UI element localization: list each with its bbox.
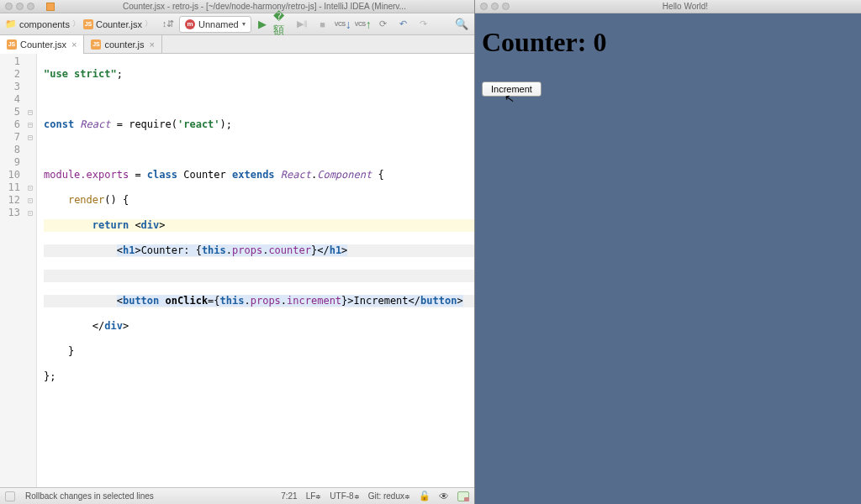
chevron-right-icon: 〉 [72,18,80,29]
fold-close-icon[interactable]: ⊡ [25,181,35,192]
traffic-lights[interactable] [5,3,34,10]
vcs-update-button[interactable]: VCS↓ [334,16,352,33]
tab-label: Counter.jsx [20,39,66,50]
min-dot[interactable] [491,3,499,10]
stop-button[interactable]: ■ [314,16,332,33]
run-config-selector[interactable]: m Unnamed ▾ [179,16,251,33]
status-hint: Rollback changes in selected lines [25,491,154,501]
chevron-right-icon: 〉 [145,18,152,29]
js-file-icon: JS [91,39,101,50]
vcs-commit-button[interactable]: VCS↑ [354,16,372,33]
run-button[interactable]: ▶ [253,16,272,33]
meteor-icon: m [185,19,195,29]
ide-toolbar: 📁components〉 JSCounter.jsx〉 ↕⇵ m Unnamed… [0,13,474,35]
run-config-label: Unnamed [198,19,239,29]
line-ending[interactable]: LF≑ [306,491,322,501]
jsx-file-icon: JS [83,19,93,29]
lock-icon[interactable]: 🔓 [419,491,430,501]
tab-label: counter.js [104,39,144,50]
fold-toggle-icon[interactable]: ⊟ [25,118,35,129]
ide-titlebar: Counter.jsx - retro-js - [~/dev/node-har… [0,0,474,13]
debug-button[interactable]: �額 [273,16,292,33]
fold-toggle-icon[interactable]: ⊟ [25,131,35,141]
app-titlebar: Hello World! [475,0,861,13]
git-branch[interactable]: Git: redux≑ [368,491,410,501]
ide-statusbar: Rollback changes in selected lines 7:21 … [0,487,474,504]
max-dot[interactable] [27,3,34,10]
cursor-icon: ↖ [504,91,516,106]
close-dot[interactable] [480,3,488,10]
line-number-gutter: 1 2 3 4 5 6 7 8 9 10 11 12 13 [0,54,25,487]
min-dot[interactable] [16,3,24,10]
app-body: Counter: 0 Increment ↖ [475,13,861,504]
folder-icon: 📁 [5,18,17,29]
tab-counter-jsx[interactable]: JS Counter.jsx × [0,35,84,53]
app-title: Hello World! [515,2,856,11]
editor-tabs: JS Counter.jsx × JS counter.js × [0,35,474,54]
counter-heading: Counter: 0 [482,27,854,58]
inspector-icon[interactable]: 👁 [439,491,449,502]
tab-counter-js[interactable]: JS counter.js × [84,35,162,53]
fold-gutter[interactable]: ⊟ ⊟ ⊟ ⊡ ⊡ ⊡ [25,54,37,487]
close-icon[interactable]: × [71,39,77,50]
traffic-lights[interactable] [480,3,510,10]
breadcrumb[interactable]: 📁components〉 JSCounter.jsx〉 [3,18,157,29]
chevron-down-icon: ▾ [242,20,246,28]
jsx-file-icon: JS [7,39,17,50]
fold-toggle-icon[interactable]: ⊟ [25,106,35,116]
code-content[interactable]: "use strict"; const React = require('rea… [37,54,474,487]
cursor-position[interactable]: 7:21 [281,491,297,501]
fold-close-icon[interactable]: ⊡ [25,207,35,217]
coverage-button[interactable]: ▶⦀ [293,16,312,33]
max-dot[interactable] [502,3,510,10]
undo-button[interactable]: ↶ [394,16,413,33]
ide-title: Counter.jsx - retro-js - [~/dev/node-har… [60,2,469,11]
vcs-history-button[interactable]: ⟳ [374,16,393,33]
modified-file-icon [46,3,55,11]
file-encoding[interactable]: UTF-8≑ [330,491,359,501]
struct-nav-button[interactable]: ↕⇵ [159,16,177,33]
breadcrumb-folder[interactable]: components [19,19,70,29]
breadcrumb-file[interactable]: Counter.jsx [96,19,142,29]
fold-close-icon[interactable]: ⊡ [25,194,35,204]
search-button[interactable]: 🔍 [452,16,471,33]
hint-icon[interactable] [5,491,15,501]
code-editor[interactable]: 1 2 3 4 5 6 7 8 9 10 11 12 13 ⊟ ⊟ ⊟ ⊡ ⊡ … [0,54,474,487]
redo-button[interactable]: ↷ [415,16,433,33]
close-dot[interactable] [5,3,13,10]
inspection-indicator[interactable] [457,491,469,501]
close-icon[interactable]: × [150,39,155,50]
